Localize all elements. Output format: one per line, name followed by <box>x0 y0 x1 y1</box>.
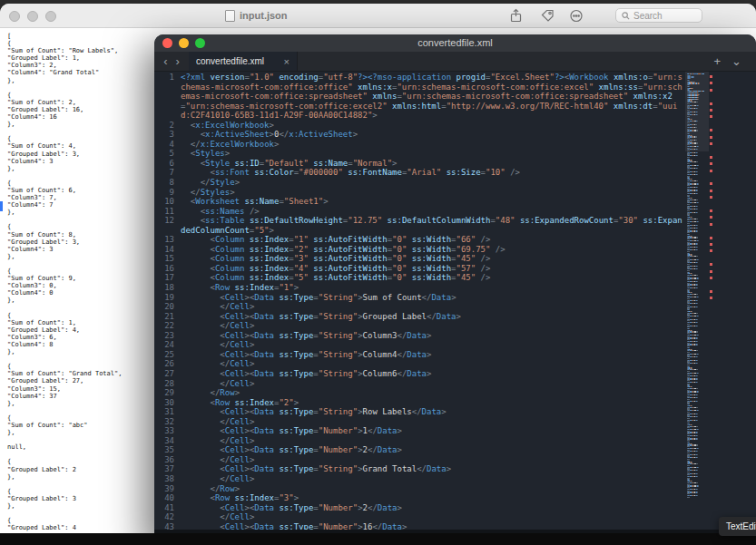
line-number: 11 <box>154 207 181 217</box>
line-number: 29 <box>154 388 181 398</box>
line-number: 3 <box>154 130 181 140</box>
tab-close-icon[interactable]: × <box>284 56 290 67</box>
code-line: 3 <x:ActiveSheet>0</x:ActiveSheet> <box>154 130 687 140</box>
code-line: 9 </Styles> <box>154 188 687 198</box>
chevron-down-icon[interactable]: ⌄ <box>731 54 741 68</box>
overview-ruler <box>710 72 715 530</box>
nav-buttons: ‹ › <box>154 52 189 71</box>
code-line: 11 <ss:Names /> <box>154 207 687 217</box>
line-number: 39 <box>154 484 181 494</box>
code-line: 28 </Cell> <box>154 379 687 389</box>
tab-actions: + ⌄ <box>714 52 756 71</box>
textedit-titlebar: input.json <box>0 4 756 28</box>
code-line: 39 </Row> <box>154 484 687 494</box>
code-line: 15 <Column ss:Index="3" ss:AutoFitWidth=… <box>154 254 687 264</box>
line-number: 15 <box>154 254 181 264</box>
app-tooltip: TextEdit <box>719 517 756 536</box>
line-number: 37 <box>154 464 181 474</box>
more-actions-icon[interactable] <box>569 8 584 24</box>
code-line: 16 <Column ss:Index="4" ss:AutoFitWidth=… <box>154 264 687 274</box>
line-number: 20 <box>154 302 181 312</box>
code-line: 23 <Cell><Data ss:Type="String">Column3<… <box>154 331 687 341</box>
line-number: 27 <box>154 369 181 379</box>
tag-icon[interactable] <box>540 8 555 24</box>
line-number: 28 <box>154 379 181 389</box>
line-number: 1 <box>154 73 181 121</box>
line-number: 31 <box>154 407 181 417</box>
code-line: 4 </x:ExcelWorkbook> <box>154 140 687 150</box>
code-line: 29 </Row> <box>154 388 687 398</box>
line-number: 8 <box>154 178 181 188</box>
window-title: input.json <box>240 10 288 21</box>
code-line: 24 </Cell> <box>154 340 687 350</box>
selection-marker <box>0 201 3 211</box>
line-number: 23 <box>154 331 181 341</box>
line-number: 5 <box>154 149 181 159</box>
line-number: 24 <box>154 340 181 350</box>
code-line: 38 </Cell> <box>154 474 687 484</box>
code-line: 43 <Cell><Data ss:Type="Number">16</Data… <box>154 522 687 530</box>
line-number: 17 <box>154 273 181 283</box>
line-number: 35 <box>154 445 181 455</box>
tab-convertedfile[interactable]: convertedfile.xml × <box>189 52 298 71</box>
code-line: 22 </Cell> <box>154 321 687 331</box>
traffic-lights <box>9 11 56 22</box>
code-line: 32 </Cell> <box>154 417 687 427</box>
code-line: 35 <Cell><Data ss:Type="Number">2</Data> <box>154 445 687 455</box>
line-number: 12 <box>154 216 181 235</box>
minimize-button[interactable] <box>27 11 38 22</box>
line-number: 36 <box>154 455 181 465</box>
close-button[interactable] <box>9 11 20 22</box>
line-number: 26 <box>154 359 181 369</box>
code-line: 33 <Cell><Data ss:Type="Number">1</Data> <box>154 426 687 436</box>
code-line: 19 <Cell><Data ss:Type="String">Sum of C… <box>154 293 687 303</box>
code-line: 31 <Cell><Data ss:Type="String">Row Labe… <box>154 407 687 417</box>
code-line: 27 <Cell><Data ss:Type="String">Column6<… <box>154 369 687 379</box>
line-number: 9 <box>154 188 181 198</box>
zoom-button[interactable] <box>45 11 56 22</box>
code-line: 18 <Row ss:Index="1"> <box>154 283 687 293</box>
line-number: 13 <box>154 235 181 245</box>
code-line: 34 </Cell> <box>154 436 687 446</box>
line-number: 25 <box>154 350 181 360</box>
code-line: 17 <Column ss:Index="5" ss:AutoFitWidth=… <box>154 273 687 283</box>
line-number: 43 <box>154 522 181 530</box>
search-icon <box>622 12 630 20</box>
line-number: 2 <box>154 121 181 131</box>
tab-bar: ‹ › convertedfile.xml × + ⌄ <box>154 52 756 72</box>
code-line: 26 </Cell> <box>154 359 687 369</box>
line-number: 7 <box>154 168 181 178</box>
code-line: 41 <Cell><Data ss:Type="Number">2</Data> <box>154 503 687 513</box>
line-number: 42 <box>154 512 181 522</box>
code-area[interactable]: 1<?xml version="1.0" encoding="utf-8"?><… <box>154 73 687 530</box>
editor-body: 1<?xml version="1.0" encoding="utf-8"?><… <box>154 72 756 530</box>
line-number: 14 <box>154 245 181 255</box>
code-line: 5 <Styles> <box>154 149 687 159</box>
search-input[interactable]: Search <box>615 8 702 23</box>
back-icon[interactable]: ‹ <box>163 55 167 67</box>
minimap[interactable] <box>687 73 704 498</box>
line-number: 22 <box>154 321 181 331</box>
forward-icon[interactable]: › <box>176 55 180 67</box>
share-icon[interactable] <box>508 8 524 24</box>
desktop-strip <box>0 533 756 545</box>
line-number: 18 <box>154 283 181 293</box>
code-line: 12 <ss:Table ss:DefaultRowHeight="12.75"… <box>154 216 687 235</box>
new-tab-icon[interactable]: + <box>714 54 722 68</box>
code-line: 25 <Cell><Data ss:Type="String">Column4<… <box>154 350 687 360</box>
line-number: 38 <box>154 474 181 484</box>
code-line: 20 </Cell> <box>154 302 687 312</box>
code-line: 8 </Style> <box>154 178 687 188</box>
code-line: 30 <Row ss:Index="2"> <box>154 398 687 408</box>
line-number: 41 <box>154 503 181 513</box>
code-line: 10 <Worksheet ss:Name="Sheet1"> <box>154 197 687 207</box>
tab-label: convertedfile.xml <box>196 56 279 66</box>
code-line: 14 <Column ss:Index="2" ss:AutoFitWidth=… <box>154 245 687 255</box>
line-number: 32 <box>154 417 181 427</box>
code-line: 1<?xml version="1.0" encoding="utf-8"?><… <box>154 73 687 121</box>
editor-titlebar: convertedfile.xml <box>154 34 756 52</box>
code-line: 6 <Style ss:ID="Default" ss:Name="Normal… <box>154 159 687 169</box>
line-number: 4 <box>154 140 181 150</box>
window-title-group: input.json <box>225 4 288 27</box>
line-number: 33 <box>154 426 181 436</box>
